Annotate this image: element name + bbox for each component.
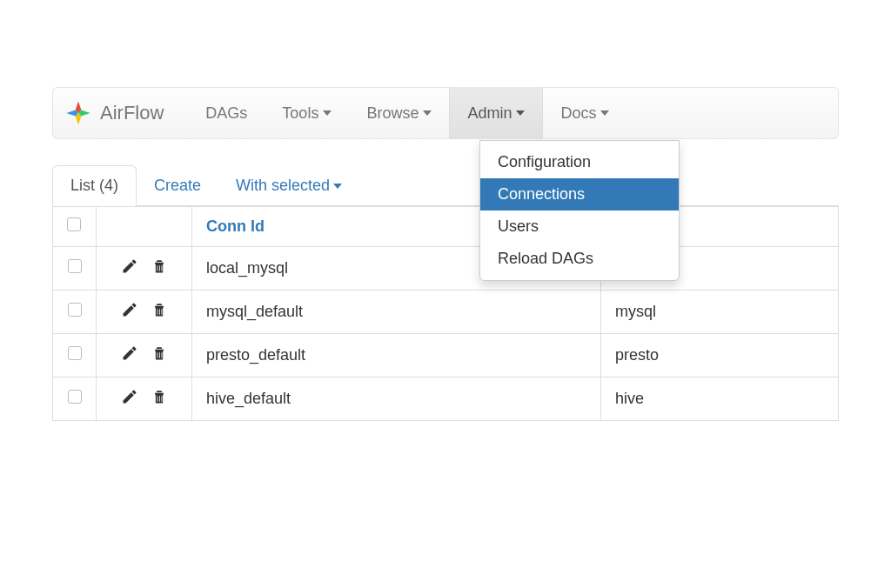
tab-list[interactable]: List (4) <box>52 165 137 206</box>
tab-label: List (4) <box>70 177 118 194</box>
cell-conn-id: presto_default <box>192 334 601 378</box>
tab-create[interactable]: Create <box>137 166 218 205</box>
trash-icon <box>151 257 168 275</box>
admin-dropdown-menu: Configuration Connections Users Reload D… <box>479 140 680 281</box>
row-checkbox[interactable] <box>68 390 82 404</box>
trash-icon <box>151 388 168 405</box>
delete-button[interactable] <box>151 344 168 366</box>
header-label: Conn Id <box>206 217 265 235</box>
header-checkbox-cell <box>53 207 97 247</box>
pencil-icon <box>121 388 138 405</box>
edit-button[interactable] <box>121 344 138 366</box>
navbar: AirFlow DAGs Tools Browse Admin Docs Con… <box>52 87 839 139</box>
menu-item-label: Connections <box>498 185 585 203</box>
menu-item-configuration[interactable]: Configuration <box>480 146 679 178</box>
delete-button[interactable] <box>151 257 168 279</box>
cell-conn-id: hive_default <box>192 378 601 421</box>
delete-button[interactable] <box>151 388 168 410</box>
tab-label: Create <box>154 177 201 194</box>
menu-item-label: Configuration <box>498 153 591 170</box>
connections-table: Conn Id ype local_mysql mysql <box>52 206 839 421</box>
nav-label: Browse <box>366 104 419 123</box>
row-checkbox[interactable] <box>68 303 82 317</box>
nav-label: Tools <box>282 104 318 123</box>
header-actions-cell <box>97 207 192 247</box>
trash-icon <box>151 344 168 362</box>
table-row: local_mysql mysql <box>53 247 839 291</box>
row-checkbox[interactable] <box>68 259 82 273</box>
table-row: presto_default presto <box>53 334 839 378</box>
edit-button[interactable] <box>121 257 138 279</box>
menu-item-users[interactable]: Users <box>480 210 679 243</box>
nav-item-tools[interactable]: Tools <box>265 87 349 139</box>
chevron-down-icon <box>600 110 609 116</box>
pencil-icon <box>121 257 138 275</box>
menu-item-label: Users <box>498 217 539 235</box>
menu-item-label: Reload DAGs <box>498 250 593 267</box>
row-checkbox[interactable] <box>68 346 82 360</box>
nav-label: Admin <box>467 104 512 123</box>
nav-label: DAGs <box>205 104 247 123</box>
select-all-checkbox[interactable] <box>67 217 81 231</box>
nav-label: Docs <box>560 104 596 123</box>
nav-item-dags[interactable]: DAGs <box>188 87 265 139</box>
brand[interactable]: AirFlow <box>64 98 164 128</box>
tab-label: With selected <box>236 177 330 194</box>
table-row: hive_default hive <box>53 378 839 421</box>
airflow-logo-icon <box>64 98 93 128</box>
nav-item-docs[interactable]: Docs <box>543 87 626 139</box>
chevron-down-icon <box>323 110 332 116</box>
cell-conn-type: presto <box>601 334 839 378</box>
cell-conn-id: mysql_default <box>192 291 601 334</box>
nav-item-browse[interactable]: Browse <box>349 87 449 139</box>
table-header-row: Conn Id ype <box>53 207 839 247</box>
chevron-down-icon <box>516 110 525 116</box>
cell-conn-type: mysql <box>601 291 839 334</box>
pencil-icon <box>121 301 138 318</box>
tab-with-selected[interactable]: With selected <box>218 166 359 205</box>
menu-item-reload-dags[interactable]: Reload DAGs <box>480 243 679 275</box>
pencil-icon <box>121 344 138 362</box>
table-row: mysql_default mysql <box>53 291 839 334</box>
nav-item-admin[interactable]: Admin <box>449 87 543 139</box>
brand-name: AirFlow <box>100 102 164 124</box>
menu-item-connections[interactable]: Connections <box>480 178 679 210</box>
cell-conn-type: hive <box>601 378 839 421</box>
delete-button[interactable] <box>151 301 168 323</box>
chevron-down-icon <box>423 110 432 116</box>
chevron-down-icon <box>333 184 342 189</box>
edit-button[interactable] <box>121 388 138 410</box>
tab-row: List (4) Create With selected <box>52 165 839 206</box>
trash-icon <box>151 301 168 318</box>
edit-button[interactable] <box>121 301 138 323</box>
